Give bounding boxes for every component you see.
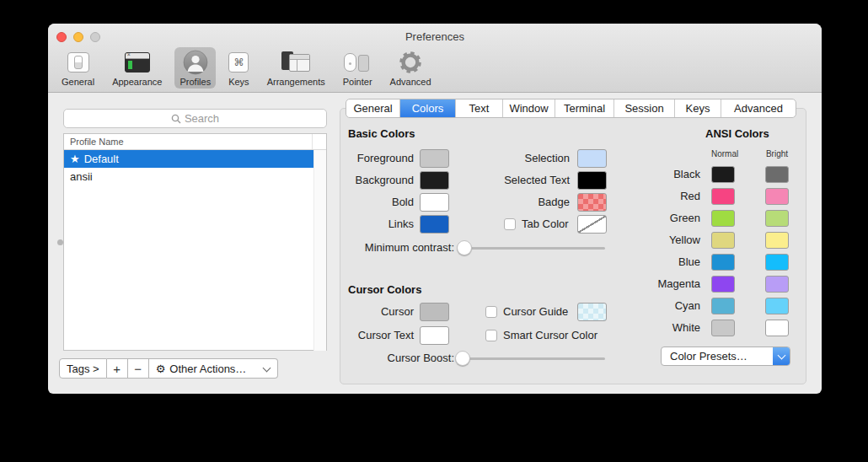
- toolbar-item-general[interactable]: General: [56, 47, 99, 89]
- badge-swatch[interactable]: [577, 193, 607, 212]
- cursor-text-swatch[interactable]: [420, 326, 449, 345]
- ansi-cyan-normal-swatch[interactable]: [711, 298, 735, 314]
- cursor-swatch[interactable]: [420, 303, 449, 321]
- background-swatch[interactable]: [420, 171, 449, 190]
- ansi-red-normal-swatch[interactable]: [711, 188, 735, 205]
- settings-tabbar: General Colors Text Window Terminal Sess…: [346, 99, 796, 118]
- links-label: Links: [340, 218, 414, 230]
- keys-icon: ⌘: [228, 52, 249, 73]
- pointer-icon: [344, 51, 371, 73]
- gear-icon: [398, 50, 423, 75]
- foreground-label: Foreground: [340, 152, 414, 164]
- profile-name: ansii: [70, 170, 93, 183]
- tab-session[interactable]: Session: [614, 99, 675, 117]
- toolbar-item-appearance[interactable]: × Appearance: [107, 47, 167, 89]
- links-swatch[interactable]: [420, 215, 449, 234]
- ansi-normal-header: Normal: [711, 149, 735, 158]
- ansi-magenta-bright-swatch[interactable]: [765, 276, 789, 293]
- profile-row-default[interactable]: ★ Default: [64, 150, 314, 168]
- chevron-down-icon: [262, 364, 271, 373]
- badge-label: Badge: [467, 196, 570, 208]
- slider-knob[interactable]: [457, 240, 472, 255]
- tab-terminal[interactable]: Terminal: [555, 99, 614, 117]
- default-star-icon: ★: [70, 153, 80, 165]
- foreground-swatch[interactable]: [420, 149, 449, 168]
- tab-color-swatch[interactable]: [577, 215, 607, 234]
- profile-actions-bar: Tags > + − ⚙ Other Actions…: [59, 358, 278, 379]
- toolbar-item-pointer[interactable]: Pointer: [338, 47, 378, 89]
- search-placeholder: Search: [185, 112, 219, 125]
- slider-track: [458, 247, 605, 250]
- basic-colors-title: Basic Colors: [348, 127, 415, 140]
- ansi-yellow-normal-swatch[interactable]: [711, 232, 735, 249]
- search-input[interactable]: Search: [63, 109, 327, 128]
- tab-window[interactable]: Window: [503, 99, 555, 117]
- window-title: Preferences: [48, 30, 822, 43]
- ansi-red-bright-swatch[interactable]: [765, 188, 789, 205]
- bold-label: Bold: [340, 196, 414, 208]
- tab-colors[interactable]: Colors: [400, 99, 456, 117]
- toolbar-item-keys[interactable]: ⌘ Keys: [223, 47, 254, 89]
- titlebar: Preferences General × Appearance: [48, 24, 822, 93]
- ansi-green-bright-swatch[interactable]: [765, 210, 789, 227]
- cursor-guide-checkbox[interactable]: [485, 306, 497, 318]
- add-profile-button[interactable]: +: [107, 358, 128, 379]
- toolbar: General × Appearance Profiles: [56, 47, 437, 89]
- splitter-handle[interactable]: [57, 239, 63, 245]
- cursor-guide-label: Cursor Guide: [503, 305, 568, 318]
- color-presets-dropdown[interactable]: Color Presets…: [661, 346, 790, 366]
- ansi-blue-bright-swatch[interactable]: [765, 254, 789, 271]
- selected-text-swatch[interactable]: [577, 171, 607, 190]
- ansi-label-red: Red: [610, 190, 700, 202]
- ansi-black-bright-swatch[interactable]: [765, 166, 789, 183]
- ansi-magenta-normal-swatch[interactable]: [711, 276, 735, 293]
- profile-row-ansii[interactable]: ansii: [64, 168, 314, 185]
- ansi-blue-normal-swatch[interactable]: [711, 254, 735, 271]
- remove-profile-button[interactable]: −: [128, 358, 149, 379]
- smart-cursor-label: Smart Cursor Color: [503, 329, 597, 341]
- ansi-label-green: Green: [610, 212, 700, 224]
- ansi-colors-title: ANSI Colors: [705, 127, 769, 140]
- ansi-label-blue: Blue: [610, 255, 700, 268]
- smart-cursor-checkbox[interactable]: [485, 330, 497, 341]
- background-label: Background: [340, 174, 414, 186]
- toolbar-item-profiles[interactable]: Profiles: [174, 47, 216, 89]
- ansi-green-normal-swatch[interactable]: [711, 210, 735, 227]
- min-contrast-label: Minimum contrast:: [340, 241, 454, 254]
- selection-swatch[interactable]: [577, 149, 607, 168]
- ansi-black-normal-swatch[interactable]: [711, 166, 735, 183]
- tab-advanced[interactable]: Advanced: [721, 99, 796, 117]
- min-contrast-slider[interactable]: [458, 240, 605, 255]
- other-actions-button[interactable]: ⚙ Other Actions…: [149, 358, 278, 379]
- profile-list-header: Profile Name: [64, 134, 326, 150]
- gear-icon: ⚙: [156, 363, 166, 375]
- ansi-cyan-bright-swatch[interactable]: [765, 298, 789, 314]
- ansi-white-bright-swatch[interactable]: [765, 320, 789, 336]
- tab-color-label: Tab Color: [522, 218, 569, 230]
- cursor-boost-label: Cursor Boost:: [340, 352, 454, 364]
- selection-label: Selection: [467, 152, 570, 164]
- tab-color-checkbox[interactable]: [504, 218, 516, 230]
- ansi-yellow-bright-swatch[interactable]: [765, 232, 789, 249]
- ansi-label-magenta: Magenta: [610, 277, 700, 290]
- dropdown-arrow-cap: [773, 347, 790, 365]
- profile-list: Profile Name ★ Default ansii: [63, 133, 327, 351]
- toolbar-item-advanced[interactable]: Advanced: [385, 47, 437, 89]
- tags-button[interactable]: Tags >: [59, 358, 107, 379]
- bold-swatch[interactable]: [420, 193, 449, 212]
- cursor-boost-slider[interactable]: [457, 351, 605, 366]
- tab-keys[interactable]: Keys: [675, 99, 721, 117]
- ansi-white-normal-swatch[interactable]: [711, 320, 735, 336]
- scrollbar-track[interactable]: [313, 150, 326, 351]
- slider-knob[interactable]: [455, 351, 470, 366]
- tab-general[interactable]: General: [346, 99, 400, 117]
- cursor-guide-swatch[interactable]: [577, 303, 607, 321]
- ansi-label-white: White: [610, 321, 700, 334]
- toolbar-item-arrangements[interactable]: Arrangements: [262, 47, 330, 89]
- cursor-colors-title: Cursor Colors: [348, 283, 421, 296]
- chevron-down-icon: [777, 352, 785, 360]
- tab-text[interactable]: Text: [456, 99, 503, 117]
- search-icon: [171, 114, 181, 124]
- appearance-icon: ×: [125, 52, 150, 73]
- arrangements-icon: [281, 51, 310, 73]
